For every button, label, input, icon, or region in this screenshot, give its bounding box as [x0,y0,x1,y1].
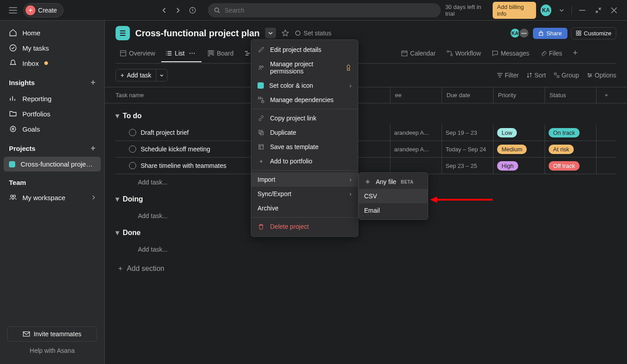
set-status-button[interactable]: Set status [295,30,331,37]
minimize-icon[interactable] [576,4,588,17]
sidebar-workspace[interactable]: My workspace [0,190,104,205]
check-circle-icon [9,44,17,52]
complete-checkbox[interactable] [129,146,136,153]
sparkle-icon [364,178,371,185]
tab-list[interactable]: List⋯ [161,46,202,62]
column-status[interactable]: Status [545,87,596,103]
team-header[interactable]: Team [0,171,104,190]
menu-delete-project[interactable]: Delete project [251,219,358,234]
tab-add-button[interactable]: + [568,45,582,63]
star-button[interactable] [281,29,289,37]
submenu-any-file[interactable]: Any file BETA [359,175,428,189]
close-icon[interactable] [608,4,620,17]
column-due-date[interactable]: Due date [442,87,493,103]
menu-save-template[interactable]: Save as template [251,140,358,154]
search-input[interactable] [208,3,441,17]
add-section-button[interactable]: +Add section [116,257,616,280]
sidebar-my-tasks[interactable]: My tasks [0,40,104,56]
task-row[interactable]: Share timeline with teammatesSep 23 – 25… [116,158,616,174]
menu-set-color[interactable]: Set color & icon› [251,78,358,93]
invite-button[interactable]: Invite teammates [7,326,97,342]
options-button[interactable]: Options [587,72,616,79]
project-menu-button[interactable] [265,28,276,39]
bell-icon [9,59,17,67]
filter-button[interactable]: Filter [497,72,519,79]
menu-manage-dependencies[interactable]: Manage dependencies [251,93,358,107]
customize-button[interactable]: Customize [571,27,616,39]
sidebar-goals[interactable]: Goals [0,121,104,137]
create-button[interactable]: + Create [23,3,64,17]
menu-sync-export[interactable]: Sync/Export› [251,187,358,201]
task-row[interactable]: Schedule kickoff meetingarandeep A...Tod… [116,141,616,158]
premium-icon [346,64,352,71]
group-button[interactable]: Group [554,72,579,79]
priority-cell[interactable]: High [493,158,545,174]
column-assignee[interactable]: ee [390,87,442,103]
add-task-chevron[interactable] [156,72,167,79]
sidebar-project-item[interactable]: Cross-functional project p... [4,157,101,171]
status-cell[interactable]: Off track [545,158,596,174]
tab-more-icon[interactable]: ⋯ [187,50,197,57]
due-date-cell[interactable]: Today – Sep 24 [442,141,493,157]
projects-header[interactable]: Projects + [0,137,104,157]
menu-manage-permissions[interactable]: Manage project permissions [251,57,358,78]
lock-icon [538,30,544,36]
tab-workflow[interactable]: Workflow [442,46,485,62]
due-date-cell[interactable]: Sep 19 – 23 [442,124,493,141]
back-icon[interactable] [158,4,170,17]
add-task-placeholder[interactable]: Add task... [116,241,616,257]
sidebar-inbox[interactable]: Inbox [0,56,104,71]
section-header[interactable]: ▾To do [116,107,616,124]
billing-button[interactable]: Add billing info [493,2,536,19]
complete-checkbox[interactable] [129,162,136,169]
plus-icon: + [120,72,124,79]
assignee-cell[interactable] [390,158,442,174]
complete-checkbox[interactable] [129,129,136,136]
tab-overview[interactable]: Overview [116,46,159,62]
add-task-button[interactable]: +Add task [116,69,167,81]
search-field[interactable] [224,6,435,14]
share-button[interactable]: Share [533,28,567,39]
sidebar-home[interactable]: Home [0,25,104,40]
history-icon[interactable] [186,4,199,17]
menu-copy-link[interactable]: Copy project link [251,111,358,125]
tab-files[interactable]: Files [536,46,567,62]
forward-icon[interactable] [172,4,185,17]
insights-header[interactable]: Insights + [0,71,104,91]
assignee-cell[interactable]: arandeep A... [390,141,442,157]
tab-calendar[interactable]: Calendar [397,46,440,62]
more-members-button[interactable] [519,28,529,39]
menu-archive[interactable]: Archive [251,201,358,215]
submenu-email[interactable]: Email [359,203,428,218]
plus-icon[interactable]: + [90,144,95,153]
user-chevron-icon[interactable] [556,4,567,17]
tab-messages[interactable]: Messages [487,46,534,62]
section-name: Doing [123,195,143,203]
status-cell[interactable]: On track [545,124,596,141]
plus-icon[interactable]: + [90,78,95,87]
sort-button[interactable]: Sort [527,72,546,79]
hamburger-icon[interactable] [7,4,19,17]
menu-edit-details[interactable]: Edit project details [251,43,358,57]
user-avatar[interactable]: KA [541,4,551,16]
menu-add-portfolio[interactable]: +Add to portfolio [251,154,358,168]
menu-duplicate[interactable]: Duplicate [251,125,358,140]
priority-cell[interactable]: Medium [493,141,545,157]
status-cell[interactable]: At risk [545,141,596,157]
tab-board[interactable]: Board [203,46,238,62]
priority-cell[interactable]: Low [493,124,545,141]
help-link[interactable]: Help with Asana [7,342,97,357]
sidebar-portfolios[interactable]: Portfolios [0,106,104,121]
add-column-button[interactable]: + [596,87,616,103]
column-priority[interactable]: Priority [493,87,545,103]
unread-dot-icon [44,61,48,65]
collapse-icon[interactable] [593,4,604,17]
sidebar-reporting[interactable]: Reporting [0,91,104,106]
due-date-cell[interactable]: Sep 23 – 25 [442,158,493,174]
assignee-cell[interactable]: arandeep A... [390,124,442,141]
submenu-csv[interactable]: CSV [359,189,428,203]
menu-import[interactable]: Import› [251,172,358,187]
separator [251,217,358,218]
task-row[interactable]: Draft project briefarandeep A...Sep 19 –… [116,124,616,141]
section-header[interactable]: ▾Done [116,224,616,241]
